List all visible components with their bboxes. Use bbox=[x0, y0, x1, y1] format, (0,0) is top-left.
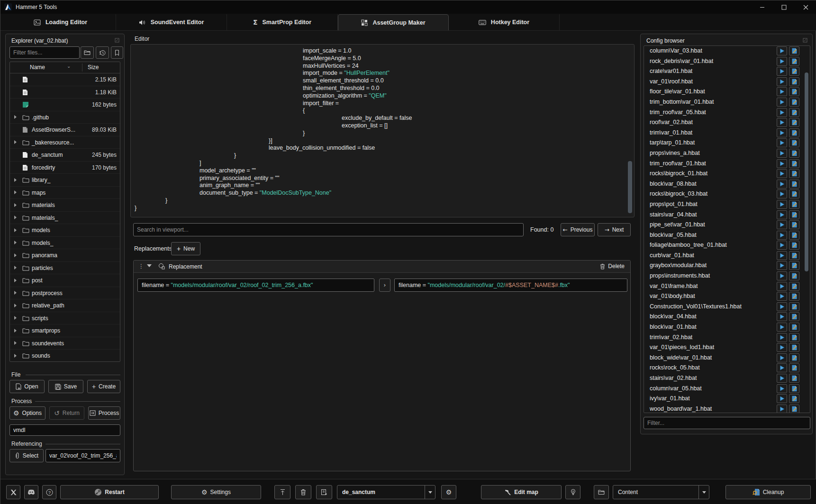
config-row[interactable]: trim_roof\var_05.hbat bbox=[644, 108, 810, 118]
next-button[interactable]: → Next bbox=[598, 223, 631, 236]
extension-input[interactable] bbox=[9, 424, 120, 436]
edit-config-button[interactable] bbox=[789, 57, 799, 66]
edit-config-button[interactable] bbox=[789, 169, 799, 178]
explorer-row[interactable]: sounds bbox=[10, 350, 120, 362]
config-row[interactable]: foliage\bamboo_tree_01.hbat bbox=[644, 240, 810, 251]
config-row[interactable]: rocks\bigrock_01.hbat bbox=[644, 169, 810, 179]
explorer-row[interactable]: smartprops bbox=[10, 324, 120, 337]
minimize-button[interactable] bbox=[751, 0, 773, 14]
config-scrollbar[interactable] bbox=[805, 72, 808, 271]
edit-config-button[interactable] bbox=[789, 200, 799, 209]
code-editor[interactable]: import_scale = 1.0faceMergeAngle = 5.0ma… bbox=[130, 44, 635, 217]
editor-scrollbar[interactable] bbox=[628, 161, 632, 213]
run-config-button[interactable] bbox=[777, 159, 787, 168]
save-button[interactable]: Save bbox=[48, 380, 83, 393]
explorer-row[interactable]: de_sanctum245 bytes bbox=[10, 149, 120, 162]
replacement-source-field[interactable]: filename = "models/modular/roof/var_02/r… bbox=[137, 279, 374, 292]
run-config-button[interactable] bbox=[777, 282, 787, 291]
edit-config-button[interactable] bbox=[789, 98, 799, 107]
run-config-button[interactable] bbox=[777, 200, 787, 209]
config-row[interactable]: props\vines_a.hbat bbox=[644, 148, 810, 159]
config-row[interactable]: block\var_04.hbat bbox=[644, 312, 810, 322]
explorer-row[interactable]: AssetBrowserS...89.03 KiB bbox=[10, 124, 120, 136]
config-row[interactable]: var_01\frame.hbat bbox=[644, 281, 810, 292]
tab-smartprop-editor[interactable]: ΣSmartProp Editor bbox=[227, 14, 338, 30]
run-config-button[interactable] bbox=[777, 353, 787, 362]
explorer-row[interactable]: models_ bbox=[10, 237, 120, 250]
config-row[interactable]: stairs\var_04.hbat bbox=[644, 210, 810, 220]
edit-config-button[interactable] bbox=[789, 241, 799, 250]
upload-button[interactable] bbox=[274, 485, 290, 499]
run-config-button[interactable] bbox=[777, 77, 787, 86]
edit-config-button[interactable] bbox=[789, 189, 799, 198]
edit-config-button[interactable] bbox=[789, 384, 799, 393]
explorer-row[interactable]: post bbox=[10, 274, 120, 287]
edit-config-button[interactable] bbox=[789, 353, 799, 362]
run-config-button[interactable] bbox=[777, 57, 787, 66]
edit-config-button[interactable] bbox=[789, 149, 799, 158]
explorer-row[interactable]: relative_path bbox=[10, 299, 120, 312]
expand-arrow-icon[interactable] bbox=[14, 316, 17, 320]
restart-button[interactable]: Restart bbox=[60, 485, 159, 499]
explorer-row[interactable]: _bakeresource... bbox=[10, 136, 120, 149]
edit-config-button[interactable] bbox=[789, 312, 799, 321]
explorer-row[interactable]: 162 bytes bbox=[10, 99, 120, 111]
expand-arrow-icon[interactable] bbox=[14, 341, 17, 345]
previous-button[interactable]: ← Previous bbox=[561, 223, 595, 236]
expand-arrow-icon[interactable] bbox=[14, 354, 17, 358]
config-row[interactable]: rock_debris\var_01.hbat bbox=[644, 56, 810, 67]
search-input[interactable] bbox=[133, 223, 524, 236]
column-header-size[interactable]: Size bbox=[88, 64, 99, 71]
config-row[interactable]: trim_roof\var_01.hbat bbox=[644, 159, 810, 169]
config-row[interactable]: trim\var_02.hbat bbox=[644, 333, 810, 343]
config-row[interactable]: trim_bottom\var_01.hbat bbox=[644, 97, 810, 108]
config-row[interactable]: rocks\rock_05.hbat bbox=[644, 363, 810, 373]
edit-config-button[interactable] bbox=[789, 292, 799, 301]
run-config-button[interactable] bbox=[777, 271, 787, 280]
edit-config-button[interactable] bbox=[789, 261, 799, 270]
config-row[interactable]: crate\var01.hbat bbox=[644, 66, 810, 77]
run-config-button[interactable] bbox=[777, 394, 787, 403]
config-row[interactable]: var_01\pieces_lod1.hbat bbox=[644, 342, 810, 353]
content-select[interactable]: Content bbox=[613, 485, 709, 499]
select-button[interactable]: Select bbox=[9, 449, 44, 462]
edit-config-button[interactable] bbox=[789, 138, 799, 147]
tab-hotkey-editor[interactable]: Hotkey Editor bbox=[449, 14, 560, 30]
edit-config-button[interactable] bbox=[789, 374, 799, 383]
edit-config-button[interactable] bbox=[789, 363, 799, 372]
config-row[interactable]: tarp\tarp_01.hbat bbox=[644, 138, 810, 148]
expand-arrow-icon[interactable] bbox=[14, 291, 17, 295]
config-row[interactable]: ivy\var_01.hbat bbox=[644, 394, 810, 404]
explorer-row[interactable]: soundevents bbox=[10, 337, 120, 350]
tab-assetgroup-maker[interactable]: AssetGroup Maker bbox=[338, 14, 449, 30]
recent-files-icon-button[interactable] bbox=[96, 46, 109, 59]
edit-config-button[interactable] bbox=[789, 67, 799, 76]
edit-config-button[interactable] bbox=[789, 231, 799, 240]
tab-loading-editor[interactable]: Loading Editor bbox=[5, 14, 116, 30]
open-button[interactable]: Open bbox=[9, 380, 45, 393]
settings-button[interactable]: ⚙ Settings bbox=[171, 485, 261, 499]
edit-config-button[interactable] bbox=[789, 159, 799, 168]
explorer-row[interactable]: panorama bbox=[10, 249, 120, 262]
config-row[interactable]: curb\var_01.hbat bbox=[644, 251, 810, 261]
expand-arrow-icon[interactable] bbox=[14, 228, 17, 232]
config-row[interactable]: stairs\var_02.hbat bbox=[644, 373, 810, 384]
apply-arrow-button[interactable]: › bbox=[379, 279, 390, 292]
expand-arrow-icon[interactable] bbox=[14, 241, 17, 244]
create-button[interactable]: + Create bbox=[87, 380, 120, 393]
config-row[interactable]: wood_board\var_1.hbat bbox=[644, 404, 810, 413]
config-row[interactable]: block\var_05.hbat bbox=[644, 230, 810, 241]
config-row[interactable]: floor_tile\var_01.hbat bbox=[644, 87, 810, 97]
run-config-button[interactable] bbox=[777, 67, 787, 76]
run-config-button[interactable] bbox=[777, 149, 787, 158]
run-config-button[interactable] bbox=[777, 241, 787, 250]
collapse-chevron-icon[interactable] bbox=[147, 264, 152, 267]
edit-config-button[interactable] bbox=[789, 87, 799, 96]
run-config-button[interactable] bbox=[777, 363, 787, 372]
process-button[interactable]: Process bbox=[88, 406, 120, 420]
run-config-button[interactable] bbox=[777, 302, 787, 311]
run-config-button[interactable] bbox=[777, 384, 787, 393]
maximize-button[interactable] bbox=[773, 0, 795, 14]
bookmark-icon-button[interactable] bbox=[111, 46, 123, 59]
explorer-filter-input[interactable] bbox=[9, 46, 80, 59]
